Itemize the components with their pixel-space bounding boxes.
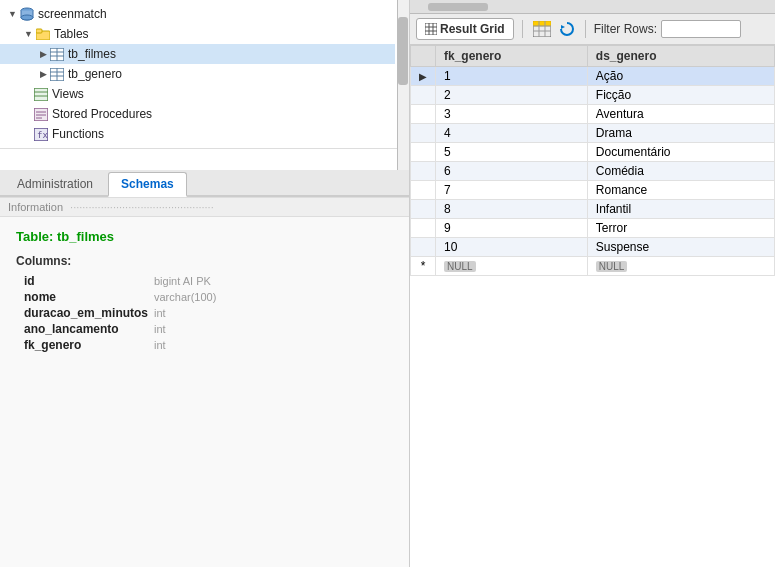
- table-row[interactable]: 2Ficção: [411, 86, 775, 105]
- db-icon: [19, 6, 35, 22]
- cell-fk-genero[interactable]: 1: [436, 67, 588, 86]
- cell-ds-genero[interactable]: Infantil: [587, 200, 774, 219]
- tree-scrollbar[interactable]: [397, 0, 409, 170]
- arrow-right-icon-2: ▶: [40, 69, 47, 79]
- svg-marker-32: [561, 25, 565, 29]
- filter-input[interactable]: [661, 20, 741, 38]
- cell-fk-genero[interactable]: 8: [436, 200, 588, 219]
- row-indicator: [411, 105, 436, 124]
- horizontal-scrollbar[interactable]: [410, 0, 775, 14]
- table-row[interactable]: 4Drama: [411, 124, 775, 143]
- cell-fk-genero[interactable]: 6: [436, 162, 588, 181]
- column-row: fk_generoint: [24, 338, 393, 352]
- cell-ds-genero[interactable]: Ficção: [587, 86, 774, 105]
- row-indicator: ▶: [411, 67, 436, 86]
- table-prefix: Table:: [16, 229, 57, 244]
- tree-node-stored-procedures[interactable]: Stored Procedures: [0, 104, 395, 124]
- svg-rect-21: [425, 23, 437, 35]
- cell-ds-genero[interactable]: Comédia: [587, 162, 774, 181]
- row-indicator: [411, 162, 436, 181]
- result-grid-label: Result Grid: [440, 22, 505, 36]
- table-row[interactable]: 6Comédia: [411, 162, 775, 181]
- table-icon-filmes: [49, 46, 65, 62]
- grid-body: ▶1Ação2Ficção3AventuraAventura4Drama5Doc…: [411, 67, 775, 276]
- col-fk-genero[interactable]: fk_genero: [436, 46, 588, 67]
- toolbar-sep-2: [585, 20, 586, 38]
- cell-ds-genero[interactable]: Ação: [587, 67, 774, 86]
- col-ds-genero[interactable]: ds_genero: [587, 46, 774, 67]
- cell-ds-genero[interactable]: Suspense: [587, 238, 774, 257]
- arrow-down-icon: ▼: [8, 9, 17, 19]
- row-indicator: [411, 143, 436, 162]
- info-section-header: Information ····························…: [0, 197, 409, 217]
- refresh-icon[interactable]: [557, 19, 577, 39]
- tree-node-tb-genero[interactable]: ▶ tb_genero: [0, 64, 395, 84]
- col-indicator: [411, 46, 436, 67]
- tree-label-stored-procedures: Stored Procedures: [52, 107, 152, 121]
- table-row[interactable]: 9Terror: [411, 219, 775, 238]
- tables-folder-icon: [35, 26, 51, 42]
- table-new-row[interactable]: *NULLNULL: [411, 257, 775, 276]
- col-type: bigint AI PK: [154, 275, 211, 287]
- cell-fk-genero[interactable]: 3: [436, 105, 588, 124]
- column-row: idbigint AI PK: [24, 274, 393, 288]
- tree-node-screenmatch[interactable]: ▼ screenmatch: [0, 4, 395, 24]
- right-panel: Result Grid Filter Rows:: [410, 0, 775, 567]
- grid-view-icon[interactable]: [531, 19, 553, 39]
- toolbar-sep-1: [522, 20, 523, 38]
- new-row-indicator: *: [411, 257, 436, 276]
- null-cell-1: NULL: [436, 257, 588, 276]
- tree-node-views[interactable]: Views: [0, 84, 395, 104]
- col-type: varchar(100): [154, 291, 216, 303]
- col-type: int: [154, 307, 166, 319]
- table-row[interactable]: 7Romance: [411, 181, 775, 200]
- col-type: int: [154, 339, 166, 351]
- table-icon-genero: [49, 66, 65, 82]
- tab-bar: Administration Schemas: [0, 170, 409, 197]
- table-row[interactable]: 8Infantil: [411, 200, 775, 219]
- row-arrow: ▶: [419, 71, 427, 82]
- table-row[interactable]: 3AventuraAventura: [411, 105, 775, 124]
- columns-label: Columns:: [16, 254, 393, 268]
- functions-icon: fx: [33, 126, 49, 142]
- arrow-down-icon-tables: ▼: [24, 29, 33, 39]
- info-table-title: Table: tb_filmes: [16, 229, 393, 244]
- cell-ds-genero[interactable]: Documentário: [587, 143, 774, 162]
- cell-ds-genero[interactable]: AventuraAventura: [587, 105, 774, 124]
- tree-node-tb-filmes[interactable]: ▶ tb_filmes: [0, 44, 395, 64]
- tree-label-tables: Tables: [54, 27, 89, 41]
- table-row[interactable]: 5Documentário: [411, 143, 775, 162]
- row-indicator: [411, 86, 436, 105]
- schema-tree: ▼ screenmatch ▼: [0, 0, 409, 170]
- null-badge-2: NULL: [596, 261, 628, 272]
- info-panel: Information ····························…: [0, 197, 409, 567]
- col-name: nome: [24, 290, 154, 304]
- cell-fk-genero[interactable]: 10: [436, 238, 588, 257]
- tree-node-functions[interactable]: fx Functions: [0, 124, 395, 144]
- table-row[interactable]: 10Suspense: [411, 238, 775, 257]
- cell-fk-genero[interactable]: 7: [436, 181, 588, 200]
- cell-fk-genero[interactable]: 9: [436, 219, 588, 238]
- tree-node-tables[interactable]: ▼ Tables: [0, 24, 395, 44]
- row-indicator: [411, 219, 436, 238]
- h-scrollbar-thumb[interactable]: [428, 3, 488, 11]
- cell-fk-genero[interactable]: 2: [436, 86, 588, 105]
- svg-rect-12: [34, 88, 48, 101]
- cell-fk-genero[interactable]: 5: [436, 143, 588, 162]
- cell-ds-genero[interactable]: Terror: [587, 219, 774, 238]
- col-name: fk_genero: [24, 338, 154, 352]
- result-grid-button[interactable]: Result Grid: [416, 18, 514, 40]
- data-grid-wrapper[interactable]: fk_genero ds_genero ▶1Ação2Ficção3Aventu…: [410, 45, 775, 567]
- tab-schemas[interactable]: Schemas: [108, 172, 187, 197]
- svg-rect-27: [533, 21, 551, 26]
- table-row[interactable]: ▶1Ação: [411, 67, 775, 86]
- cell-ds-genero[interactable]: Romance: [587, 181, 774, 200]
- scrollbar-thumb[interactable]: [398, 17, 408, 85]
- result-toolbar: Result Grid Filter Rows:: [410, 14, 775, 45]
- cell-fk-genero[interactable]: 4: [436, 124, 588, 143]
- tree-label-screenmatch: screenmatch: [38, 7, 107, 21]
- cell-ds-genero[interactable]: Drama: [587, 124, 774, 143]
- grid-header-row: fk_genero ds_genero: [411, 46, 775, 67]
- null-badge-1: NULL: [444, 261, 476, 272]
- tab-administration[interactable]: Administration: [4, 172, 106, 195]
